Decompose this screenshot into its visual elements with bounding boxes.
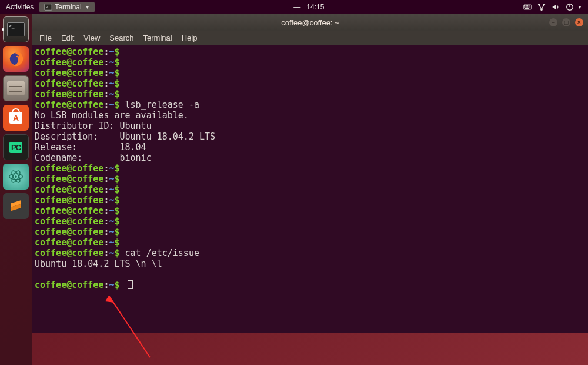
menu-terminal[interactable]: Terminal [140, 32, 176, 44]
dock-item-pycharm[interactable]: PC [3, 134, 29, 160]
window-titlebar[interactable]: coffee@coffee: ~ – ▢ ✕ [32, 14, 588, 31]
prompt-line: coffee@coffee:~$ [35, 280, 586, 290]
svg-rect-16 [569, 4, 570, 7]
atom-icon [7, 168, 25, 185]
terminal-output[interactable]: coffee@coffee:~$ coffee@coffee:~$ coffee… [32, 45, 588, 333]
prompt-line: coffee@coffee:~$ [35, 184, 586, 195]
svg-rect-3 [524, 5, 526, 6]
dock-item-files[interactable] [3, 75, 29, 101]
prompt-line: coffee@coffee:~$ [35, 89, 586, 99]
prompt-line: coffee@coffee:~$ [35, 78, 586, 89]
svg-rect-10 [529, 6, 530, 7]
window-maximize-button[interactable]: ▢ [562, 18, 570, 26]
app-menu[interactable]: >_ Terminal ▼ [39, 2, 94, 12]
prompt-line: coffee@coffee:~$ [35, 47, 586, 57]
prompt-line: coffee@coffee:~$ [35, 237, 586, 248]
menu-view[interactable]: View [80, 32, 103, 44]
svg-text:>_: >_ [46, 5, 51, 9]
terminal-menubar: FileEditViewSearchTerminalHelp [32, 31, 588, 45]
window-title: coffee@coffee: ~ [281, 18, 339, 27]
prompt-line: coffee@coffee:~$ [35, 195, 586, 205]
terminal-menu-icon: >_ [44, 3, 52, 11]
svg-rect-5 [527, 5, 528, 6]
svg-point-18 [15, 175, 17, 178]
clock-time: 14:15 [306, 3, 324, 11]
menu-edit[interactable]: Edit [58, 32, 78, 44]
prompt-line: coffee@coffee:~$ [35, 163, 586, 174]
terminal-window: coffee@coffee: ~ – ▢ ✕ FileEditViewSearc… [32, 14, 588, 333]
prompt-line: coffee@coffee:~$ [35, 216, 586, 227]
window-close-button[interactable]: ✕ [575, 18, 583, 26]
prompt-line: coffee@coffee:~$ [35, 174, 586, 184]
chevron-down-icon: ▼ [85, 5, 90, 10]
menu-help[interactable]: Help [178, 32, 201, 44]
svg-rect-6 [529, 5, 530, 6]
chevron-down-icon: ▼ [577, 5, 582, 10]
app-menu-label: Terminal [55, 3, 81, 11]
network-indicator[interactable] [537, 3, 546, 11]
svg-rect-11 [525, 8, 529, 9]
dock-item-terminal[interactable]: >_ [3, 16, 29, 42]
svg-rect-4 [526, 5, 527, 6]
power-indicator[interactable]: ▼ [566, 3, 582, 11]
menu-file[interactable]: File [36, 32, 55, 44]
prompt-line: coffee@coffee:~$ cat /etc/issue [35, 248, 586, 258]
prompt-line: coffee@coffee:~$ lsb_release -a [35, 99, 586, 110]
prompt-line: coffee@coffee:~$ [35, 57, 586, 68]
gnome-top-panel: Activities >_ Terminal ▼ — 14:15 ▼ [0, 0, 588, 14]
prompt-line: coffee@coffee:~$ [35, 227, 586, 237]
volume-indicator[interactable] [552, 3, 560, 11]
dock-item-atom[interactable] [3, 164, 29, 190]
dock-item-software[interactable]: A [3, 105, 29, 131]
svg-rect-8 [526, 6, 527, 7]
ubuntu-dock: >_ A PC [0, 14, 32, 365]
window-minimize-button[interactable]: – [549, 18, 557, 26]
cursor [128, 280, 133, 289]
firefox-icon [7, 50, 25, 68]
dock-item-sublime[interactable] [3, 193, 29, 219]
sublime-icon [8, 198, 24, 214]
dock-item-firefox[interactable] [3, 46, 29, 72]
running-pip [2, 28, 4, 31]
svg-rect-9 [527, 6, 528, 7]
menu-search[interactable]: Search [106, 32, 137, 44]
prompt-line: coffee@coffee:~$ [35, 68, 586, 78]
activities-button[interactable]: Activities [6, 3, 34, 11]
keyboard-indicator[interactable] [523, 3, 532, 11]
prompt-line: coffee@coffee:~$ [35, 205, 586, 216]
svg-rect-7 [524, 6, 526, 7]
clock[interactable]: — 14:15 [293, 3, 324, 11]
